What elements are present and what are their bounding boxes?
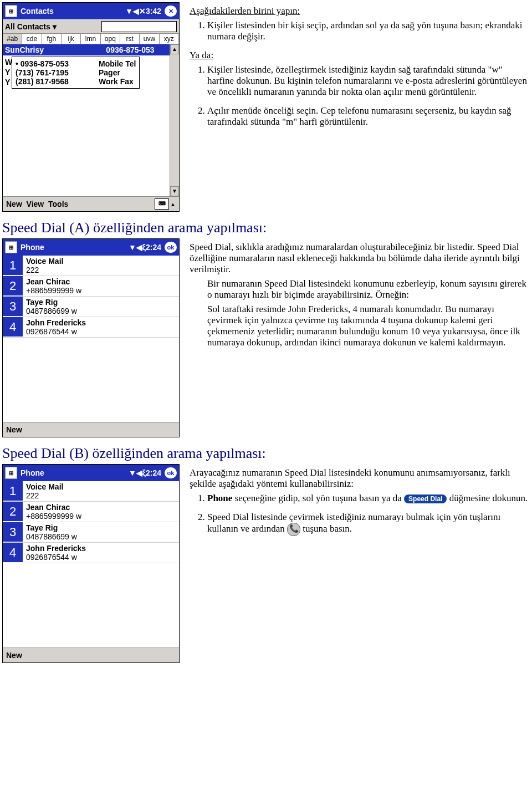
alpha-cell[interactable]: lmn	[81, 34, 100, 44]
contact-name: SunChrisy	[5, 45, 44, 54]
signal-icon: ▼	[125, 7, 133, 16]
search-input[interactable]	[101, 21, 177, 32]
volume-icon: ◀ξ	[136, 243, 146, 252]
contacts-list: SunChrisy 0936-875-053 m W Y Y • 0936-87…	[3, 44, 179, 196]
selected-contact[interactable]: SunChrisy 0936-875-053 m	[3, 44, 179, 55]
speed-dial-row[interactable]: 4John Fredericks0926876544 w	[3, 543, 179, 563]
row-mark: Y	[5, 78, 10, 86]
start-icon[interactable]: ⊞	[5, 5, 17, 17]
clock: 2:24	[146, 468, 161, 477]
speed-dial-row[interactable]: 4John Fredericks0926876544 w	[3, 317, 179, 338]
up-arrow-icon[interactable]: ▲	[170, 201, 176, 207]
speed-dial-row[interactable]: 3Taye Rig0487886699 w	[3, 522, 179, 543]
instruction-heading: Aşağıdakilerden birini yapın:	[190, 6, 530, 17]
app-title: Phone	[21, 468, 44, 477]
speed-dial-row[interactable]: 2Jean Chirac+8865999999 w	[3, 276, 179, 297]
phone-footer: New	[3, 422, 179, 437]
alpha-cell[interactable]: fgh	[42, 34, 62, 44]
contacts-filter-bar: All Contacts ▾	[3, 19, 179, 34]
section-heading: Speed Dial (B) özelliğinden arama yapılm…	[2, 445, 530, 462]
speed-dial-pill: Speed Dial	[404, 495, 447, 503]
volume-icon: ◀ξ	[136, 468, 146, 477]
contacts-titlebar: ⊞ Contacts ▼ ◀✕ 3:42 ✕	[3, 3, 179, 19]
keyboard-icon[interactable]: ⌨	[155, 198, 169, 210]
priority-popup[interactable]: • 0936-875-053Mobile Tel (713) 761-7195P…	[12, 57, 140, 89]
contact-number: 0936-875-053	[106, 45, 154, 54]
alpha-cell[interactable]: #ab	[3, 34, 22, 44]
speed-dial-list: 1Voice Mail222 2Jean Chirac+8865999999 w…	[3, 256, 179, 422]
body-text: Sol taraftaki resimde John Fredericks, 4…	[207, 304, 530, 348]
instruction-item: Kişiler listesinden bir kişi seçip, ardı…	[207, 20, 530, 42]
alpha-cell[interactable]: opq	[101, 34, 120, 44]
close-button[interactable]: ✕	[165, 6, 177, 17]
popup-row[interactable]: • 0936-875-053Mobile Tel	[16, 59, 136, 68]
alpha-cell[interactable]: uvw	[140, 34, 159, 44]
phone-titlebar: ⊞ Phone ▼ ◀ξ 2:24 ok	[3, 239, 179, 256]
clock: 2:24	[146, 243, 161, 252]
clock: 3:42	[146, 7, 161, 16]
new-button[interactable]: New	[6, 651, 22, 660]
new-button[interactable]: New	[6, 200, 22, 208]
alpha-cell[interactable]: xyz	[160, 34, 179, 44]
popup-row[interactable]: (713) 761-7195Pager	[16, 68, 136, 77]
speed-dial-row[interactable]: 1Voice Mail222	[3, 481, 179, 502]
dial-icon: 📞	[287, 523, 300, 536]
tools-button[interactable]: Tools	[48, 200, 68, 208]
contacts-window: ⊞ Contacts ▼ ◀✕ 3:42 ✕ All Contacts ▾ #a…	[2, 2, 180, 212]
instruction-item: Phone seçeneğine gidip, sol yön tuşuna b…	[207, 493, 530, 504]
ok-button[interactable]: ok	[165, 242, 177, 253]
signal-icon: ▼	[129, 468, 136, 477]
scroll-up-icon[interactable]: ▲	[170, 44, 179, 54]
instruction-heading: Ya da:	[190, 50, 530, 61]
popup-row[interactable]: (281) 817-9568Work Fax	[16, 77, 136, 86]
app-title: Contacts	[21, 7, 54, 16]
instruction-item: Speed Dial listesinde çevirmek istediğin…	[207, 512, 530, 536]
alpha-cell[interactable]: ijk	[62, 34, 81, 44]
section-heading: Speed Dial (A) özelliğinden arama yapılm…	[2, 220, 530, 236]
start-icon[interactable]: ⊞	[5, 467, 17, 479]
ok-button[interactable]: ok	[165, 467, 177, 478]
contacts-footer: New View Tools ⌨ ▲	[3, 196, 179, 211]
alpha-index: #ab cde fgh ijk lmn opq rst uvw xyz	[3, 34, 179, 44]
row-mark: Y	[5, 68, 10, 77]
phone-window-b: ⊞ Phone ▼ ◀ξ 2:24 ok 1Voice Mail222 2Jea…	[2, 464, 180, 663]
speed-dial-list: 1Voice Mail222 2Jean Chirac+8865999999 w…	[3, 481, 179, 648]
alpha-cell[interactable]: rst	[120, 34, 140, 44]
scrollbar[interactable]: ▲ ▼	[170, 44, 179, 196]
body-text: Speed Dial, sıklıkla aradığınız numarala…	[190, 242, 530, 275]
app-title: Phone	[21, 243, 44, 252]
body-text: Arayacağınız numaranın Speed Dial listes…	[190, 467, 530, 490]
instruction-item: Kişiler listesinde, özelleştirmek istedi…	[207, 64, 530, 98]
speed-dial-row[interactable]: 1Voice Mail222	[3, 256, 179, 276]
new-button[interactable]: New	[6, 425, 22, 434]
filter-dropdown[interactable]: All Contacts ▾	[5, 22, 57, 31]
body-text: Bir numaranın Speed Dial listesindeki ko…	[207, 278, 530, 300]
phone-window-a: ⊞ Phone ▼ ◀ξ 2:24 ok 1Voice Mail222 2Jea…	[2, 238, 180, 437]
view-button[interactable]: View	[27, 200, 44, 208]
scroll-down-icon[interactable]: ▼	[170, 186, 179, 196]
speed-dial-row[interactable]: 2Jean Chirac+8865999999 w	[3, 502, 179, 522]
signal-icon: ▼	[129, 243, 136, 252]
speed-dial-row[interactable]: 3Taye Rig0487886699 w	[3, 297, 179, 317]
alpha-cell[interactable]: cde	[22, 34, 42, 44]
phone-footer: New	[3, 648, 179, 662]
volume-icon: ◀✕	[133, 7, 146, 16]
instruction-item: Açılır menüde önceliği seçin. Cep telefo…	[207, 105, 530, 128]
start-icon[interactable]: ⊞	[5, 241, 17, 253]
phone-titlebar: ⊞ Phone ▼ ◀ξ 2:24 ok	[3, 465, 179, 481]
